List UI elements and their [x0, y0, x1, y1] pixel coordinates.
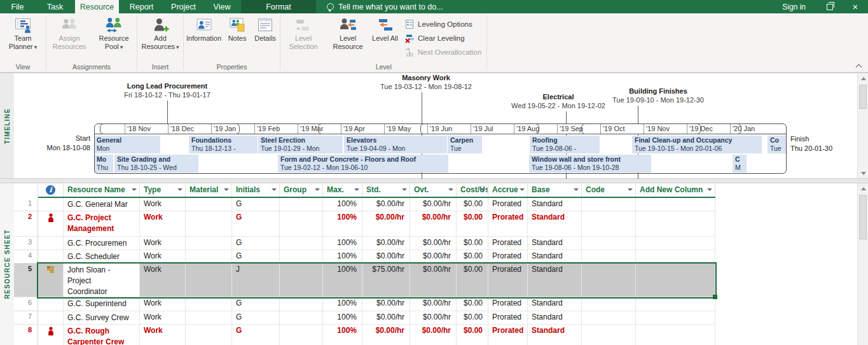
- add-resources-button[interactable]: Add Resources▾: [138, 15, 183, 60]
- timeline-bar-site-grading-and[interactable]: Site Grading andThu 18-10-25 - Wed: [114, 155, 198, 172]
- cell-code[interactable]: [582, 311, 636, 325]
- column-header-resource-name[interactable]: Resource Name: [64, 183, 140, 197]
- cell-ovt[interactable]: $0.00/hr: [410, 237, 457, 250]
- cell-ovt[interactable]: $0.00/hr: [410, 264, 457, 297]
- cell-id[interactable]: 5: [14, 264, 38, 297]
- sheet-scrollbar[interactable]: [857, 183, 868, 345]
- tab-view[interactable]: View: [203, 0, 241, 13]
- cell-std[interactable]: $0.00/hr: [362, 325, 410, 345]
- cell-material[interactable]: [186, 297, 232, 311]
- cell-group[interactable]: [280, 198, 323, 211]
- cell-code[interactable]: [582, 237, 636, 250]
- column-header-base[interactable]: Base: [528, 183, 582, 197]
- cell-base[interactable]: Standard: [528, 325, 582, 345]
- table-row[interactable]: 8G.C. RoughCarpenter CrewWorkG100%$0.00/…: [14, 325, 857, 345]
- information-button[interactable]: Information: [184, 15, 223, 60]
- scroll-up-arrow-icon[interactable]: [858, 183, 868, 194]
- cell-id[interactable]: 4: [14, 250, 38, 264]
- cell-ind[interactable]: [38, 311, 64, 325]
- cell-group[interactable]: [280, 237, 323, 250]
- cell-std[interactable]: $0.00/hr: [362, 250, 410, 264]
- cell-max[interactable]: 100%: [323, 297, 362, 311]
- cell-initials[interactable]: G: [232, 211, 280, 237]
- cell-material[interactable]: [186, 325, 232, 345]
- cell-code[interactable]: [582, 198, 636, 211]
- cell-max[interactable]: 100%: [323, 311, 362, 325]
- details-button[interactable]: Details: [251, 15, 279, 60]
- timeline-callout-building-finishes[interactable]: Building FinishesTue 19-09-10 - Mon 19-1…: [612, 87, 704, 104]
- tell-me-box[interactable]: Tell me what you want to do...: [316, 0, 443, 13]
- table-row[interactable]: 1G.C. General MarWorkG100%$0.00/hr$0.00/…: [14, 198, 857, 211]
- column-header-id[interactable]: [14, 183, 38, 197]
- cell-ind[interactable]: [38, 264, 64, 297]
- cell-base[interactable]: Standard: [528, 297, 582, 311]
- cell-addnew[interactable]: [636, 198, 715, 211]
- restore-window-button[interactable]: [817, 0, 843, 13]
- table-row[interactable]: 3G.C. ProcuremenWorkG100%$0.00/hr$0.00/h…: [14, 237, 857, 250]
- timeline-bar-c[interactable]: CM: [733, 155, 747, 172]
- column-header-std[interactable]: Std.: [362, 183, 410, 197]
- sheet-scrollbar-thumb[interactable]: [859, 195, 867, 239]
- cell-base[interactable]: Standard: [528, 250, 582, 264]
- cell-base[interactable]: Standard: [528, 237, 582, 250]
- filter-dropdown-icon[interactable]: [132, 188, 137, 191]
- column-header-cost-use[interactable]: Cost/Use: [457, 183, 488, 197]
- cell-initials[interactable]: G: [232, 297, 280, 311]
- cell-name[interactable]: G.C. ProjectManagement: [64, 211, 140, 237]
- cell-id[interactable]: 2: [14, 211, 38, 237]
- filter-dropdown-icon[interactable]: [707, 188, 712, 191]
- cell-initials[interactable]: G: [232, 325, 280, 345]
- cell-base[interactable]: Standard: [528, 198, 582, 211]
- cell-code[interactable]: [582, 325, 636, 345]
- close-window-button[interactable]: ×: [843, 0, 868, 13]
- filter-dropdown-icon[interactable]: [480, 188, 485, 191]
- tab-task[interactable]: Task: [35, 0, 75, 13]
- cell-accrue[interactable]: Prorated: [488, 325, 528, 345]
- cell-group[interactable]: [280, 325, 323, 345]
- cell-addnew[interactable]: [636, 211, 715, 237]
- cell-type[interactable]: Work: [140, 311, 186, 325]
- filter-dropdown-icon[interactable]: [177, 188, 183, 191]
- cell-accrue[interactable]: Prorated: [488, 198, 528, 211]
- tab-report[interactable]: Report: [119, 0, 164, 13]
- pane-splitter[interactable]: [0, 178, 868, 183]
- cell-accrue[interactable]: Prorated: [488, 297, 528, 311]
- tab-file[interactable]: File: [0, 0, 35, 13]
- cell-max[interactable]: 100%: [323, 211, 362, 237]
- cell-addnew[interactable]: [636, 311, 715, 325]
- cell-ovt[interactable]: $0.00/hr: [410, 250, 457, 264]
- cell-max[interactable]: 100%: [323, 250, 362, 264]
- cell-material[interactable]: [186, 211, 232, 237]
- cell-initials[interactable]: G: [232, 311, 280, 325]
- cell-group[interactable]: [280, 297, 323, 311]
- cell-material[interactable]: [186, 198, 232, 211]
- scroll-up-arrow-icon[interactable]: [858, 73, 868, 84]
- cell-code[interactable]: [582, 250, 636, 264]
- filter-dropdown-icon[interactable]: [224, 188, 229, 191]
- filter-dropdown-icon[interactable]: [448, 188, 453, 191]
- scroll-down-arrow-icon[interactable]: [858, 168, 868, 179]
- column-header-group[interactable]: Group: [280, 183, 323, 197]
- cell-accrue[interactable]: Prorated: [488, 264, 528, 297]
- cell-type[interactable]: Work: [140, 250, 186, 264]
- timeline-bar-elevators[interactable]: ElevatorsTue 19-04-09 - Mon: [344, 136, 447, 153]
- timeline-bar-co[interactable]: CoTue: [768, 136, 787, 153]
- cell-addnew[interactable]: [636, 250, 715, 264]
- cell-code[interactable]: [582, 297, 636, 311]
- timeline-bar-steel-erection[interactable]: Steel ErectionTue 19-01-29 - Mon: [258, 136, 343, 153]
- cell-ovt[interactable]: $0.00/hr: [410, 211, 457, 237]
- cell-max[interactable]: 100%: [323, 237, 362, 250]
- timeline-bar-window-wall-and-store-front[interactable]: Window wall and store frontTue 19-08-06 …: [529, 155, 651, 172]
- cell-std[interactable]: $0.00/hr: [362, 211, 410, 237]
- cell-material[interactable]: [186, 250, 232, 264]
- cell-type[interactable]: Work: [140, 237, 186, 250]
- cell-std[interactable]: $0.00/hr: [362, 311, 410, 325]
- filter-dropdown-icon[interactable]: [402, 188, 407, 191]
- cell-std[interactable]: $0.00/hr: [362, 237, 410, 250]
- cell-cost[interactable]: $0.00: [457, 311, 488, 325]
- cell-std[interactable]: $0.00/hr: [362, 297, 410, 311]
- cell-type[interactable]: Work: [140, 198, 186, 211]
- filter-dropdown-icon[interactable]: [315, 188, 320, 191]
- cell-ind[interactable]: [38, 325, 64, 345]
- notes-button[interactable]: Notes: [223, 15, 251, 60]
